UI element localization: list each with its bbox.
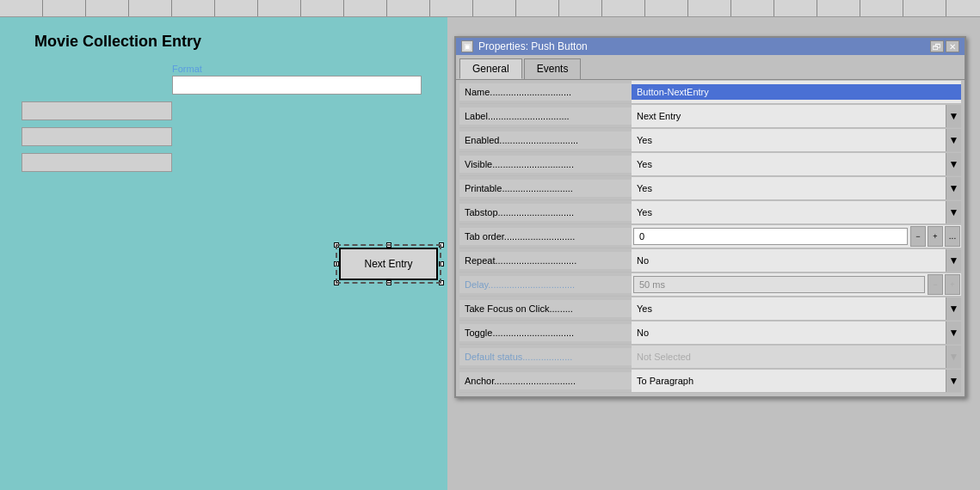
handle-bl [334, 280, 339, 285]
visible-dropdown[interactable]: ▼ [946, 153, 961, 175]
prop-label-label: Label............................... [459, 107, 632, 125]
prop-row-tabstop: Tabstop............................. Yes… [459, 200, 961, 224]
prop-label-tab-order: Tab order........................... [459, 228, 632, 245]
handle-mr [439, 261, 444, 266]
prop-value-tabstop: Yes ▼ [632, 201, 961, 224]
close-button[interactable]: ✕ [946, 40, 959, 52]
take-focus-value: Yes [632, 301, 946, 316]
handle-tr [439, 242, 444, 248]
prop-value-visible: Yes ▼ [632, 153, 961, 175]
name-value[interactable]: Button-NextEntry [632, 84, 961, 100]
prop-label-repeat: Repeat............................... [459, 252, 632, 269]
form-fields: Format [0, 64, 447, 172]
prop-value-anchor: To Paragraph ▼ [632, 370, 961, 392]
prop-value-take-focus: Yes ▼ [632, 297, 961, 320]
label-dropdown[interactable]: ▼ [946, 105, 961, 127]
restore-button[interactable]: 🗗 [930, 40, 944, 52]
tab-order-plus[interactable]: + [928, 226, 943, 247]
default-status-value: Not Selected [632, 349, 946, 364]
prop-row-anchor: Anchor............................... To… [459, 369, 961, 393]
tab-order-minus[interactable]: − [910, 226, 926, 247]
repeat-dropdown[interactable]: ▼ [946, 249, 961, 272]
label-value: Next Entry [632, 108, 946, 124]
properties-panel: ▣ Properties: Push Button 🗗 ✕ General Ev… [454, 36, 966, 398]
prop-value-tab-order: − + ... [632, 225, 961, 248]
format-input[interactable] [172, 76, 422, 95]
prop-value-enabled: Yes ▼ [632, 129, 961, 151]
prop-label-default-status: Default status................... [459, 348, 632, 365]
prop-label-enabled: Enabled.............................. [459, 132, 632, 149]
prop-row-enabled: Enabled.............................. Ye… [459, 128, 961, 152]
prop-row-repeat: Repeat............................... No… [459, 248, 961, 273]
prop-value-label: Next Entry ▼ [632, 105, 961, 127]
prop-label-tabstop: Tabstop............................. [459, 204, 632, 221]
prop-label-take-focus: Take Focus on Click......... [459, 300, 632, 317]
tab-events[interactable]: Events [524, 58, 582, 79]
properties-body: Name............................... Butt… [456, 80, 965, 396]
panel-title-area: ▣ Properties: Push Button [461, 40, 588, 52]
handle-bm [386, 280, 391, 285]
delay-minus: − [928, 274, 943, 295]
text-input-3[interactable] [22, 153, 172, 172]
anchor-value: To Paragraph [632, 373, 946, 389]
prop-label-printable: Printable........................... [459, 180, 632, 197]
text-input-2[interactable] [22, 127, 172, 146]
panel-titlebar: ▣ Properties: Push Button 🗗 ✕ [456, 38, 965, 55]
tabstop-dropdown[interactable]: ▼ [946, 201, 961, 224]
toggle-dropdown[interactable]: ▼ [946, 322, 961, 344]
prop-row-printable: Printable........................... Yes… [459, 176, 961, 200]
tabstop-value: Yes [632, 205, 946, 220]
repeat-value: No [632, 253, 946, 268]
prop-label-delay: Delay................................. [459, 276, 632, 293]
toggle-value: No [632, 325, 946, 340]
prop-value-repeat: No ▼ [632, 249, 961, 272]
prop-row-name: Name............................... Butt… [459, 80, 961, 104]
delay-plus: + [945, 274, 960, 295]
printable-dropdown[interactable]: ▼ [946, 177, 961, 199]
prop-label-toggle: Toggle............................... [459, 324, 632, 341]
anchor-dropdown[interactable]: ▼ [946, 370, 961, 392]
printable-value: Yes [632, 181, 946, 196]
ruler-marks [0, 0, 980, 16]
form-title: Movie Collection Entry [0, 17, 447, 59]
prop-value-toggle: No ▼ [632, 322, 961, 344]
enabled-value: Yes [632, 132, 946, 148]
prop-value-default-status: Not Selected ▼ [632, 346, 961, 368]
prop-label-anchor: Anchor............................... [459, 372, 632, 389]
prop-label-visible: Visible............................... [459, 156, 632, 173]
titlebar-controls[interactable]: 🗗 ✕ [930, 40, 959, 52]
prop-row-delay: Delay................................. −… [459, 273, 961, 297]
delay-input [633, 276, 925, 293]
format-label: Format [172, 64, 447, 74]
prop-value-printable: Yes ▼ [632, 177, 961, 199]
visible-value: Yes [632, 156, 946, 172]
ruler [0, 0, 980, 17]
handle-br [439, 280, 444, 285]
text-input-1[interactable] [22, 101, 172, 120]
enabled-dropdown[interactable]: ▼ [946, 129, 961, 151]
tab-order-input[interactable] [633, 228, 908, 245]
tab-general[interactable]: General [459, 58, 522, 79]
default-status-dropdown[interactable]: ▼ [946, 346, 961, 368]
tab-order-ellipsis[interactable]: ... [945, 226, 960, 247]
prop-label-name: Name............................... [459, 83, 632, 101]
panel-icon: ▣ [461, 40, 473, 52]
prop-row-toggle: Toggle............................... No… [459, 321, 961, 345]
prop-row-tab-order: Tab order........................... − +… [459, 224, 961, 248]
prop-row-label: Label............................... Nex… [459, 104, 961, 128]
prop-row-take-focus: Take Focus on Click......... Yes ▼ [459, 297, 961, 321]
next-entry-button[interactable]: Next Entry [339, 248, 438, 280]
canvas-area: Movie Collection Entry Format Next Entry [0, 17, 447, 490]
tabs-bar: General Events [456, 55, 965, 80]
prop-value-delay: − + [632, 273, 961, 296]
take-focus-dropdown[interactable]: ▼ [946, 297, 961, 320]
prop-value-name: Button-NextEntry [632, 81, 961, 103]
panel-title: Properties: Push Button [478, 40, 588, 52]
prop-row-default-status: Default status................... Not Se… [459, 345, 961, 369]
prop-row-visible: Visible............................... Y… [459, 152, 961, 176]
